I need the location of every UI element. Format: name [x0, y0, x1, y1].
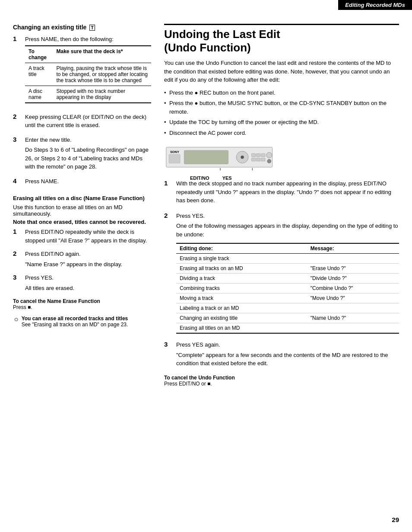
svg-point-12 [266, 153, 272, 158]
table-header-col2: Make sure that the deck is* [53, 46, 151, 63]
svg-rect-6 [251, 154, 255, 157]
section2-intro2: Note that once erased, titles cannot be … [13, 219, 151, 225]
page: Editing Recorded MDs Changing an existin… [0, 0, 412, 532]
section2-steps: 1 Press EDIT/NO repeatedly while the dec… [13, 228, 151, 294]
undo-table: Editing done: Message: Erasing a single … [176, 243, 399, 334]
section1-title: Changing an existing title T [13, 24, 151, 31]
table-row: Labeling a track or an MD [176, 303, 399, 313]
cancel-note-name-erase: To cancel the Name Erase Function Press … [13, 298, 151, 310]
table-row: A disc nameStopped with no track number … [25, 86, 151, 103]
cancel-note-undo: To cancel the Undo Function Press EDIT/N… [164, 375, 399, 387]
page-number: 29 [392, 516, 399, 523]
step-item: 2 Keep pressing CLEAR (or EDIT/NO on the… [13, 113, 151, 131]
table-row: Dividing a track"Divide Undo ?" [176, 274, 399, 284]
svg-rect-9 [251, 158, 255, 161]
undo-steps: 1 With the deck stopped and no track num… [164, 179, 399, 370]
table-row: Erasing a single track [176, 254, 399, 264]
svg-rect-3 [184, 150, 228, 164]
list-item: Update the TOC by turning off the power … [164, 118, 399, 127]
device-labels: EDIT/NO YES [164, 175, 276, 181]
undo-table-col2: Message: [307, 243, 399, 254]
list-item: Press the ● button, the MUSIC SYNC butto… [164, 99, 399, 116]
svg-rect-11 [261, 158, 265, 161]
tip-box: ☼ You can erase all recorded tracks and … [13, 315, 151, 328]
step-item: 4 Press NAME. [13, 177, 151, 188]
step-item: 3 Enter the new title. Do Steps 3 to 6 o… [13, 136, 151, 173]
device-image: SONY [164, 143, 276, 173]
section1-steps: 1 Press NAME, then do the following: To … [13, 35, 151, 187]
right-column: Undoing the Last Edit (Undo Function) Yo… [164, 24, 399, 387]
table-row: A track titlePlaying, pausing the track … [25, 63, 151, 86]
main-title: Undoing the Last Edit (Undo Function) [164, 24, 399, 54]
step-item: 3 Press YES again. "Complete" appears fo… [164, 341, 399, 370]
undo-table-col1: Editing done: [176, 243, 307, 254]
header-title: Editing Recorded MDs [345, 2, 405, 8]
table-row: Erasing all titles on an MD [176, 323, 399, 334]
svg-rect-7 [257, 154, 260, 157]
step-item: 2 Press YES. One of the following messag… [164, 212, 399, 338]
step-item: 1 With the deck stopped and no track num… [164, 179, 399, 207]
table-header-col1: To change [25, 46, 53, 63]
title-icon: T [89, 25, 95, 31]
undo-intro: You can use the Undo Function to cancel … [164, 59, 399, 84]
svg-rect-10 [257, 158, 260, 161]
section2-intro1: Use this function to erase all titles on… [13, 204, 151, 217]
table-row: Moving a track"Move Undo ?" [176, 293, 399, 303]
step-item: 1 Press NAME, then do the following: To … [13, 35, 151, 108]
section2-title: Erasing all titles on a disc (Name Erase… [13, 195, 151, 201]
device-svg: SONY [164, 143, 276, 173]
header-bar: Editing Recorded MDs [338, 0, 412, 10]
tip-icon: ☼ [13, 315, 19, 322]
svg-text:SONY: SONY [170, 150, 179, 154]
svg-point-13 [267, 159, 271, 163]
table-row: Changing an existing title"Name Undo ?" [176, 313, 399, 323]
list-item: Press the ● REC button on the front pane… [164, 89, 399, 97]
table-row: Combining tracks"Combine Undo ?" [176, 284, 399, 293]
svg-rect-8 [261, 154, 265, 157]
table-row: Erasing all tracks on an MD"Erase Undo ?… [176, 264, 399, 274]
step-item: 2 Press EDIT/NO again. "Name Erase ?" ap… [13, 250, 151, 270]
step-item: 3 Press YES. All titles are erased. [13, 274, 151, 294]
left-column: Changing an existing title T 1 Press NAM… [13, 24, 151, 387]
change-table: To change Make sure that the deck is* A … [25, 45, 151, 103]
svg-point-5 [241, 156, 244, 159]
list-item: Disconnect the AC power cord. [164, 129, 399, 137]
step-item: 1 Press EDIT/NO repeatedly while the dec… [13, 228, 151, 246]
svg-rect-2 [169, 155, 180, 163]
bullet-list: Press the ● REC button on the front pane… [164, 89, 399, 137]
